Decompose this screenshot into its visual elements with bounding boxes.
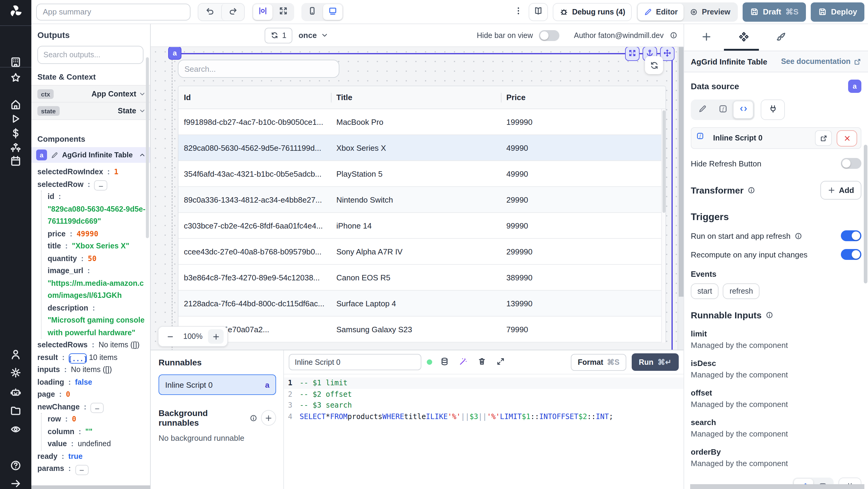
- cubes-icon[interactable]: [10, 142, 22, 154]
- calendar-icon[interactable]: [10, 155, 22, 167]
- expand-handle[interactable]: [625, 47, 640, 61]
- template-button[interactable]: f: [712, 101, 733, 119]
- table-search-input[interactable]: [178, 60, 339, 78]
- mobile-view-button[interactable]: [303, 4, 322, 20]
- debug-runs-button[interactable]: Debug runs (4): [553, 3, 632, 21]
- attached-script-row[interactable]: f Inline Script 0: [691, 127, 861, 149]
- event-badge-refresh[interactable]: refresh: [723, 283, 760, 299]
- tree-row[interactable]: newChange : –: [37, 401, 148, 413]
- eval-code-button[interactable]: [733, 101, 753, 119]
- table-row[interactable]: b3e864c8-7fe3-4270-89e9-54c12038...Canon…: [179, 265, 665, 291]
- zoom-in-button[interactable]: [208, 329, 224, 344]
- settings-hscrollbar[interactable]: [690, 484, 864, 489]
- search-outputs-input[interactable]: [37, 46, 144, 64]
- tree-row[interactable]: ready : true: [37, 450, 148, 463]
- column-header-id[interactable]: Id: [179, 86, 331, 109]
- folder-icon[interactable]: [10, 405, 22, 417]
- table-scrollbar[interactable]: [661, 109, 665, 342]
- schedule-select[interactable]: once: [299, 31, 328, 40]
- runnable-item-inline-script-0[interactable]: Inline Script 0 a: [158, 374, 276, 395]
- tab-editor[interactable]: Editor: [638, 3, 684, 20]
- open-script-button[interactable]: [815, 130, 832, 146]
- tab-insert-component[interactable]: [700, 31, 713, 44]
- ai-assistant-button[interactable]: [456, 356, 470, 369]
- settings-scrollbar[interactable]: [864, 145, 867, 283]
- tree-row[interactable]: image_url : "https://m.media-amazon.com/…: [48, 265, 148, 302]
- see-documentation-link[interactable]: See documentation: [781, 57, 861, 66]
- sql-code-editor[interactable]: 1-- $1 limit2-- $2 offset3-- $3 search4S…: [284, 374, 684, 489]
- format-button[interactable]: Format ⌘S: [571, 354, 626, 370]
- collapse-button[interactable]: –: [90, 403, 104, 413]
- expand-editor-button[interactable]: [494, 356, 507, 369]
- database-button[interactable]: [438, 356, 451, 369]
- table-row[interactable]: ccee43dc-27e0-40a8-b768-b09579b0...Sony …: [179, 239, 665, 265]
- tree-row[interactable]: price : 49990: [48, 227, 148, 240]
- tree-row[interactable]: inputs : No items ([]): [37, 364, 148, 376]
- table-row[interactable]: f991898d-cb27-4ac7-b10c-0b9050ce1...MacB…: [179, 109, 665, 135]
- code-line[interactable]: 1-- $1 limit: [284, 377, 684, 389]
- detach-script-button[interactable]: [837, 130, 857, 146]
- refresh-count-button[interactable]: 1: [265, 27, 292, 43]
- eye-icon[interactable]: [10, 423, 22, 435]
- run-button[interactable]: Run ⌘↵: [631, 353, 679, 371]
- app-summary-input[interactable]: [36, 3, 190, 20]
- collapse-button[interactable]: –: [94, 180, 107, 190]
- help-icon[interactable]: [10, 459, 22, 471]
- building-icon[interactable]: [10, 56, 22, 68]
- tree-row[interactable]: result : [...] 10 items: [37, 351, 148, 364]
- add-background-runnable-button[interactable]: [261, 410, 276, 426]
- tree-row[interactable]: id : "829ca080-5630-4562-9d5e-7611199dc6…: [48, 190, 148, 227]
- gear-icon[interactable]: [10, 367, 22, 379]
- run-on-start-toggle[interactable]: [841, 230, 861, 241]
- deploy-button[interactable]: Deploy: [810, 2, 864, 22]
- ctx-row[interactable]: ctx App Context: [31, 85, 151, 102]
- code-line[interactable]: 2-- $2 offset: [284, 389, 684, 400]
- tree-row[interactable]: selectedRowIndex : 1: [37, 166, 148, 178]
- full-width-layout-button[interactable]: [274, 4, 293, 20]
- column-header-title[interactable]: Title: [331, 86, 501, 109]
- canvas-scrollbar[interactable]: [678, 47, 684, 350]
- tree-row[interactable]: loading : false: [37, 376, 148, 389]
- zoom-out-button[interactable]: [162, 329, 178, 344]
- script-name-input[interactable]: [289, 354, 421, 370]
- expand-array-button[interactable]: [...]: [69, 354, 87, 364]
- tree-row[interactable]: title : "Xbox Series X": [48, 240, 148, 252]
- code-line[interactable]: 3-- $3 search: [284, 400, 684, 411]
- dollar-icon[interactable]: [10, 127, 22, 139]
- app-canvas[interactable]: a IdTitlePrice f991898d-cb27-4ac7-b10c-0…: [151, 47, 684, 350]
- tree-row[interactable]: selectedRow : –: [37, 178, 148, 190]
- tree-row[interactable]: params : –: [37, 463, 148, 475]
- more-menu-button[interactable]: [513, 6, 524, 18]
- docs-button[interactable]: [529, 3, 548, 21]
- static-value-button[interactable]: [692, 101, 712, 119]
- tab-styling[interactable]: [775, 31, 788, 44]
- column-header-price[interactable]: Price: [501, 86, 665, 109]
- state-row[interactable]: state State: [31, 102, 151, 120]
- redo-button[interactable]: [221, 3, 244, 20]
- component-refresh-button[interactable]: [645, 56, 663, 74]
- table-row[interactable]: 4c83-8022-5e70a07a2...Samsung Galaxy S23…: [179, 316, 665, 342]
- outputs-hscrollbar[interactable]: [31, 485, 150, 489]
- add-transformer-button[interactable]: Add: [820, 181, 861, 200]
- hide-bar-toggle[interactable]: [539, 30, 559, 41]
- table-row[interactable]: 829ca080-5630-4562-9d5e-7611199d...Xbox …: [179, 135, 665, 161]
- person-icon[interactable]: [10, 348, 22, 361]
- tree-row[interactable]: value : undefined: [48, 438, 148, 450]
- robot-icon[interactable]: [10, 387, 22, 399]
- table-row[interactable]: c303bce7-cb2e-42c6-8fdf-6aa01fc4e4...iPh…: [179, 213, 665, 239]
- event-badge-start[interactable]: start: [691, 283, 719, 299]
- table-row[interactable]: 2128adca-7fc6-44bd-800c-dc115df6ac...Sur…: [179, 291, 665, 316]
- aggrid-component[interactable]: a IdTitlePrice f991898d-cb27-4ac7-b10c-0…: [172, 53, 673, 350]
- tab-component-settings[interactable]: [737, 31, 750, 44]
- tab-preview[interactable]: Preview: [684, 3, 737, 20]
- recompute-toggle[interactable]: [841, 249, 861, 260]
- tree-row[interactable]: column : "": [48, 426, 148, 438]
- code-line[interactable]: 4SELECT * FROM products WHERE title ILIK…: [284, 411, 684, 422]
- tree-row[interactable]: quantity : 50: [48, 252, 148, 265]
- arrow-right-icon[interactable]: [10, 478, 22, 489]
- collapse-button[interactable]: –: [75, 465, 88, 475]
- tree-row[interactable]: selectedRows : No items ([]): [37, 339, 148, 351]
- home-icon[interactable]: [10, 98, 22, 110]
- undo-button[interactable]: [198, 3, 221, 20]
- tree-row[interactable]: row : 0: [48, 413, 148, 426]
